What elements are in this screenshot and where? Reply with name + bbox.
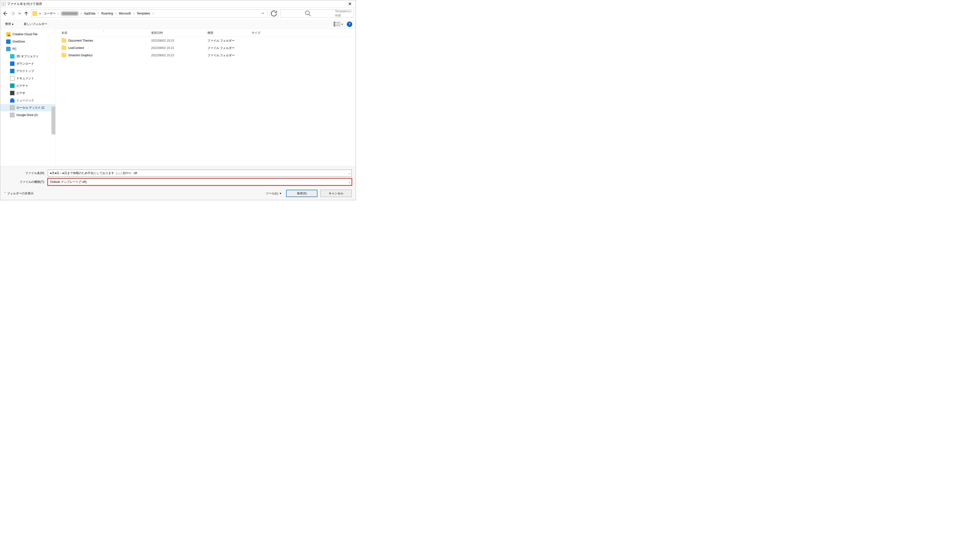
breadcrumb-bar[interactable]: « ユーザー› ████████› AppData› Roaming› Micr… (31, 9, 267, 17)
file-name: LiveContent (68, 46, 84, 50)
forward-button[interactable] (10, 11, 16, 16)
chevron-up-icon: ˄ (4, 192, 6, 195)
column-size[interactable]: サイズ (251, 31, 281, 35)
navigation-tree[interactable]: Creative Cloud FileOneDrivePC3D オブジェクトダウ… (0, 29, 56, 167)
view-options-button[interactable] (334, 22, 340, 27)
breadcrumb-seg[interactable]: Microsoft (118, 12, 132, 15)
sort-asc-icon: ˄ (103, 30, 104, 33)
file-row[interactable]: Document Themes2022/08/02 15:23ファイル フォルダ… (56, 37, 356, 44)
help-button[interactable]: ? (347, 22, 352, 27)
tree-item-label: Google Drive (G: (16, 113, 38, 117)
tree-item-label: デスクトップ (16, 69, 34, 73)
tree-item[interactable]: ローカル ディスク (C (0, 104, 56, 111)
chevron-down-icon[interactable]: ⌄ (348, 180, 350, 184)
cancel-button[interactable]: キャンセル (320, 190, 352, 197)
file-date: 2022/08/02 15:23 (151, 54, 207, 57)
save-button[interactable]: 保存(S) (286, 190, 317, 197)
filetype-select[interactable]: Outlook テンプレート (*.oft) ⌄ (48, 178, 352, 185)
app-icon: ▭ (2, 2, 6, 6)
up-button[interactable] (23, 11, 29, 16)
ic-dt-icon (10, 69, 14, 73)
file-row[interactable]: LiveContent2022/08/02 15:23ファイル フォルダー (56, 44, 356, 52)
column-name[interactable]: ˄名前 (56, 31, 151, 35)
column-headers[interactable]: ˄名前 更新日時 種類 サイズ (56, 29, 356, 37)
tree-item-label: ダウンロード (16, 62, 34, 66)
column-type[interactable]: 種類 (207, 31, 251, 35)
tree-item[interactable]: デスクトップ (0, 67, 56, 75)
tree-item-label: ドキュメント (16, 76, 34, 81)
svg-rect-2 (336, 22, 340, 22)
folder-icon (62, 46, 66, 50)
filename-input[interactable]: ●月●日～●日まで休暇のため不在にしております（△△社/××）.oft ⌄ (48, 170, 352, 176)
ic-pc-icon (6, 47, 11, 51)
chevron-down-icon[interactable]: ▾ (340, 22, 344, 26)
file-date: 2022/08/02 15:23 (151, 46, 207, 50)
chevron-down-icon: ▾ (12, 22, 13, 26)
folder-icon (32, 11, 37, 16)
main-area: Creative Cloud FileOneDrivePC3D オブジェクトダウ… (0, 29, 356, 167)
tree-item-label: ミュージック (16, 98, 34, 103)
search-icon (282, 10, 334, 17)
file-name: Document Themes (68, 39, 93, 42)
breadcrumb-seg[interactable]: Roaming (100, 12, 114, 15)
chevron-right-icon: › (97, 12, 99, 15)
filename-label: ファイル名(N): (4, 171, 46, 175)
svg-point-0 (305, 11, 309, 15)
save-as-dialog: ▭ ファイル名を付けて保存 ✕ « ユーザー› ████████› AppDat… (0, 0, 356, 200)
folder-icon (62, 53, 66, 57)
new-folder-button[interactable]: 新しいフォルダー (22, 21, 49, 27)
breadcrumb-seg[interactable]: AppData (83, 12, 97, 15)
tree-scrollbar[interactable] (51, 106, 56, 134)
breadcrumb-seg-redacted[interactable]: ████████ (60, 12, 79, 15)
ic-doc-icon (10, 76, 14, 81)
breadcrumb-prefix: « (38, 12, 42, 15)
ic-pic-icon (10, 84, 14, 88)
nav-row: « ユーザー› ████████› AppData› Roaming› Micr… (0, 8, 356, 19)
folder-icon (62, 39, 66, 43)
ic-3d-icon (10, 54, 14, 59)
file-type: ファイル フォルダー (207, 53, 251, 57)
ic-mus-icon (10, 98, 14, 103)
bottom-panel: ファイル名(N): ●月●日～●日まで休暇のため不在にしております（△△社/××… (0, 167, 356, 189)
file-list: ˄名前 更新日時 種類 サイズ Document Themes2022/08/0… (56, 29, 356, 167)
chevron-down-icon: ▾ (280, 192, 281, 195)
tree-item[interactable]: Google Drive (G: (0, 111, 56, 119)
back-button[interactable] (2, 11, 8, 16)
tree-item[interactable]: ドキュメント (0, 75, 56, 82)
tree-item[interactable]: 3D オブジェクト (0, 52, 56, 60)
file-type: ファイル フォルダー (207, 46, 251, 50)
tree-item[interactable]: ピクチャ (0, 82, 56, 89)
ic-vid-icon (10, 91, 14, 95)
hide-folders-toggle[interactable]: ˄ フォルダーの非表示 (4, 191, 33, 195)
breadcrumb-seg[interactable]: Templates (136, 12, 151, 15)
ic-cc-icon (6, 32, 11, 37)
ic-od-icon (6, 40, 11, 44)
tree-item[interactable]: ビデオ (0, 89, 56, 97)
close-button[interactable]: ✕ (345, 1, 354, 6)
footer: ˄ フォルダーの非表示 ツール(L) ▾ 保存(S) キャンセル (0, 189, 356, 200)
search-placeholder: Templatesの検索 (335, 9, 352, 17)
chevron-down-icon[interactable]: ⌄ (348, 171, 350, 175)
organize-button[interactable]: 整理 ▾ (4, 21, 15, 27)
refresh-button[interactable] (269, 9, 278, 17)
chevron-right-icon: › (152, 12, 154, 15)
tree-item-label: Creative Cloud File (13, 33, 38, 36)
file-name: SmartArt Graphics (68, 54, 92, 57)
tree-item[interactable]: ミュージック (0, 97, 56, 104)
tree-item[interactable]: OneDrive (0, 38, 56, 45)
ic-drv-icon (10, 113, 14, 117)
recent-locations-dropdown[interactable] (18, 12, 21, 15)
toolbar: 整理 ▾ 新しいフォルダー ▾ ? (0, 19, 356, 29)
tree-item[interactable]: Creative Cloud File (0, 30, 56, 38)
breadcrumb-dropdown-icon[interactable] (259, 12, 266, 16)
file-row[interactable]: SmartArt Graphics2022/08/02 15:23ファイル フォ… (56, 52, 356, 59)
column-date[interactable]: 更新日時 (151, 31, 207, 35)
tools-button[interactable]: ツール(L) ▾ (264, 191, 283, 197)
chevron-right-icon: › (133, 12, 135, 15)
search-input[interactable]: Templatesの検索 (280, 9, 354, 17)
tree-item-label: ビデオ (16, 91, 25, 95)
filetype-label: ファイルの種類(T): (4, 180, 46, 184)
tree-item[interactable]: PC (0, 45, 56, 52)
tree-item[interactable]: ダウンロード (0, 60, 56, 67)
breadcrumb-seg[interactable]: ユーザー (43, 11, 57, 16)
